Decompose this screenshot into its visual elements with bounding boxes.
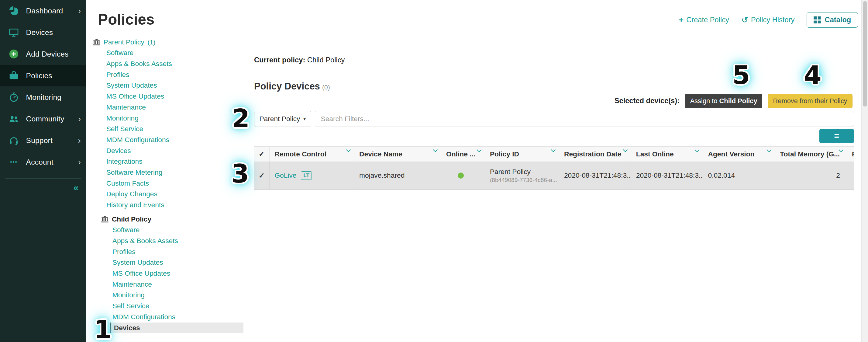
bank-icon [101, 216, 108, 223]
sidebar-item-policies[interactable]: Policies [0, 65, 86, 86]
golive-link[interactable]: GoLive [274, 171, 296, 179]
tree-item-profiles[interactable]: Profiles [86, 69, 245, 80]
tree-group-parent-policy: Parent Policy (1) [86, 37, 245, 48]
selected-devices-toolbar: Selected device(s): Assign to Child Poli… [615, 94, 852, 108]
sidebar-item-devices[interactable]: Devices [0, 22, 86, 43]
tree-item-software[interactable]: Software [86, 48, 245, 58]
child-policy-children: Software Apps & Books Assets Profiles Sy… [86, 225, 245, 333]
tree-item-software-metering[interactable]: Software Metering [86, 167, 245, 178]
vertical-scrollbar[interactable] [861, 0, 868, 342]
tree-item-software[interactable]: Software [86, 225, 245, 235]
chevron-right-icon: › [78, 158, 81, 166]
columns-menu-button[interactable]: ≡ [819, 129, 854, 143]
monitor-icon [9, 27, 19, 37]
tree-item-system-updates[interactable]: System Updates [86, 257, 245, 268]
policy-filter-value: Parent Policy [259, 115, 300, 123]
column-header-online[interactable]: Online ... [441, 147, 485, 162]
remove-from-policy-button[interactable]: Remove from their Policy [768, 94, 852, 108]
assign-policy-name: Child Policy [719, 97, 757, 105]
tree-item-devices-selected[interactable]: Devices [110, 322, 244, 334]
sidebar-item-label: Devices [26, 28, 81, 37]
check-icon: ✓ [259, 171, 265, 180]
tree-item-system-updates[interactable]: System Updates [86, 80, 245, 91]
tree-item-self-service[interactable]: Self Service [86, 123, 245, 135]
sidebar-item-add-devices[interactable]: Add Devices [0, 43, 86, 65]
catalog-label: Catalog [825, 16, 851, 24]
column-header-agent-version[interactable]: Agent Version [703, 147, 775, 162]
column-header-truncated[interactable]: F [847, 147, 854, 162]
sidebar: Dashboard › Devices Add Devices Policies [0, 0, 86, 342]
history-icon: ↺ [741, 16, 748, 24]
policy-id-uuid: (8b449089-7736-4c86-a... [490, 176, 557, 184]
tree-item-profiles[interactable]: Profiles [86, 247, 245, 257]
column-header-policy-id[interactable]: Policy ID [485, 147, 559, 162]
scrollbar-thumb[interactable] [863, 1, 867, 107]
bank-icon [93, 39, 100, 46]
policy-id-cell: Parent Policy (8b449089-7736-4c86-a... [485, 162, 559, 189]
column-header-total-memory[interactable]: Total Memory (G... [775, 147, 847, 162]
tree-item-deploy-changes[interactable]: Deploy Changes [86, 189, 245, 200]
chevron-right-icon: › [78, 115, 81, 123]
tree-item-apps-books-assets[interactable]: Apps & Books Assets [86, 58, 245, 69]
device-table-row[interactable]: ✓ GoLive LT mojave.shared Parent Policy … [254, 162, 854, 190]
total-memory-cell: 2 [775, 162, 847, 189]
tree-group-child-policy: Child Policy [86, 214, 245, 225]
tree-item-monitoring[interactable]: Monitoring [86, 290, 245, 301]
column-label: Registration Date [564, 150, 621, 158]
sort-chevron-icon [839, 148, 843, 153]
stopwatch-icon [9, 92, 19, 102]
sidebar-item-community[interactable]: Community › [0, 108, 86, 130]
create-policy-button[interactable]: + Create Policy [679, 16, 729, 24]
section-title: Policy Devices(0) [254, 81, 330, 92]
sidebar-item-support[interactable]: Support › [0, 130, 86, 151]
column-header-remote-control[interactable]: Remote Control [270, 147, 354, 162]
tree-item-ms-office-updates[interactable]: MS Office Updates [86, 268, 245, 279]
tree-item-ms-office-updates[interactable]: MS Office Updates [86, 91, 245, 102]
policy-filter-dropdown[interactable]: Parent Policy ▾ [254, 111, 311, 127]
assign-to-policy-button[interactable]: Assign to Child Policy [685, 94, 762, 108]
current-policy-label: Current policy: [254, 56, 305, 64]
sort-chevron-icon [346, 148, 351, 153]
column-header-last-online[interactable]: Last Online [631, 147, 703, 162]
sidebar-item-monitoring[interactable]: Monitoring [0, 86, 86, 108]
sidebar-item-label: Account [26, 158, 71, 166]
column-label: Remote Control [274, 150, 327, 158]
policy-history-button[interactable]: ↺ Policy History [741, 16, 795, 24]
tree-item-integrations[interactable]: Integrations [86, 156, 245, 167]
online-status-cell [441, 162, 485, 189]
row-checkbox[interactable]: ✓ [254, 162, 270, 189]
search-filters-input[interactable] [315, 111, 854, 127]
tree-item-maintenance[interactable]: Maintenance [86, 102, 245, 113]
sidebar-item-dashboard[interactable]: Dashboard › [0, 0, 86, 22]
truncated-cell [847, 162, 854, 189]
tree-item-mdm-configurations[interactable]: MDM Configurations [86, 312, 245, 322]
online-status-icon [458, 173, 464, 179]
collapse-sidebar-button[interactable]: « [0, 182, 86, 193]
current-policy-value: Child Policy [307, 56, 345, 64]
sidebar-item-account[interactable]: ••• Account › [0, 151, 86, 173]
tree-item-parent-policy[interactable]: Parent Policy [104, 38, 144, 46]
column-label: F [852, 150, 854, 158]
tree-item-history-and-events[interactable]: History and Events [86, 200, 245, 210]
table-header-row: ✓ Remote Control Device Name Online ... … [254, 146, 854, 162]
lt-badge: LT [301, 171, 312, 180]
tree-item-apps-books-assets[interactable]: Apps & Books Assets [86, 235, 245, 247]
tree-item-self-service[interactable]: Self Service [86, 301, 245, 312]
tree-item-monitoring[interactable]: Monitoring [86, 113, 245, 124]
tree-item-child-policy[interactable]: Child Policy [112, 215, 151, 223]
column-header-device-name[interactable]: Device Name [354, 147, 441, 162]
tree-item-maintenance[interactable]: Maintenance [86, 279, 245, 290]
policy-tree-panel: Policies Parent Policy (1) Software Apps… [86, 0, 245, 342]
sort-chevron-icon [695, 148, 700, 153]
assign-prefix: Assign to [690, 97, 719, 105]
tree-item-mdm-configurations[interactable]: MDM Configurations [86, 135, 245, 145]
sidebar-item-label: Policies [26, 72, 81, 80]
column-header-registration-date[interactable]: Registration Date [559, 147, 631, 162]
selected-devices-label: Selected device(s): [615, 97, 680, 105]
select-all-checkbox[interactable]: ✓ [254, 147, 270, 162]
menu-icon: ≡ [834, 132, 839, 141]
column-label: Last Online [636, 150, 674, 158]
tree-item-custom-facts[interactable]: Custom Facts [86, 178, 245, 189]
tree-item-devices[interactable]: Devices [86, 145, 245, 156]
catalog-button[interactable]: Catalog [807, 12, 858, 28]
